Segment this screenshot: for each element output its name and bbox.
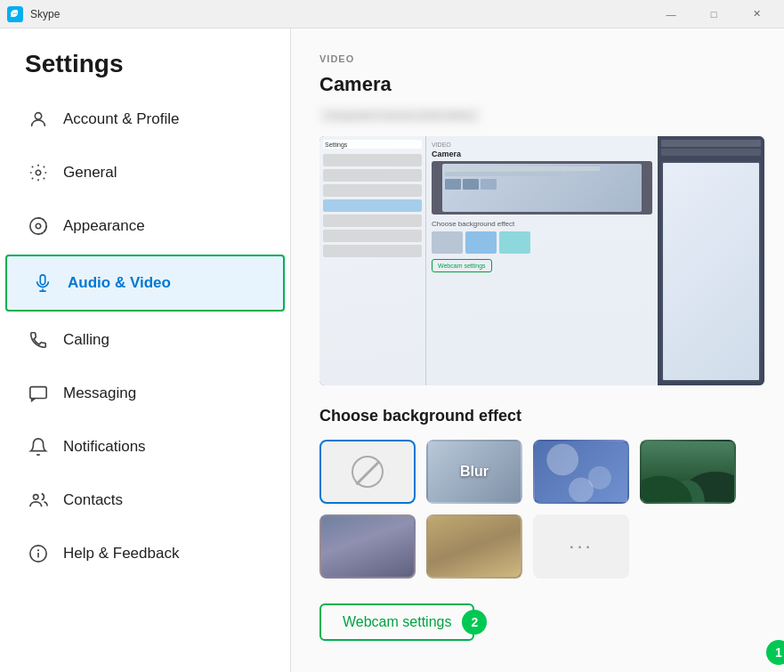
blur-label: Blur — [460, 464, 489, 480]
no-effect-icon — [352, 456, 384, 488]
bg-effect-more[interactable]: ··· — [533, 514, 629, 579]
bg-effect-blur[interactable]: Blur — [426, 440, 522, 504]
room1-bg — [321, 516, 414, 577]
bell-icon — [28, 436, 49, 457]
sidebar-item-help-label: Help & Feedback — [63, 545, 179, 563]
sidebar-item-appearance[interactable]: Appearance — [0, 199, 290, 253]
pattern-overlay — [535, 441, 627, 502]
bg-effect-title: Choose background effect — [319, 407, 756, 425]
bg-effect-room1[interactable] — [319, 514, 416, 579]
sidebar-item-account[interactable]: Account & Profile — [0, 93, 290, 146]
settings-title: Settings — [0, 28, 290, 93]
microphone-icon — [32, 272, 53, 294]
appearance-icon — [28, 215, 49, 237]
camera-preview-image: Settings VIDEO Camera — [319, 136, 764, 385]
svg-point-6 — [36, 223, 41, 229]
maximize-button[interactable]: □ — [693, 0, 734, 28]
contacts-icon — [28, 490, 49, 511]
sidebar-item-notifications[interactable]: Notifications — [0, 420, 290, 474]
webcam-settings-container: Webcam settings 2 — [319, 603, 474, 641]
info-icon — [28, 543, 49, 564]
skype-logo-icon — [7, 6, 23, 22]
more-dots-icon: ··· — [569, 535, 593, 558]
svg-point-4 — [35, 113, 41, 119]
svg-point-1 — [12, 12, 13, 13]
bg-effect-room2[interactable] — [426, 514, 522, 579]
svg-point-9 — [34, 495, 39, 500]
app-title: Skype — [30, 8, 60, 20]
forest-overlay — [642, 441, 734, 502]
titlebar: Skype — □ ✕ — [0, 0, 784, 28]
app-body: Settings Account & Profile General — [0, 28, 784, 672]
person-icon — [28, 109, 49, 130]
sidebar-item-audio-video-label: Audio & Video — [68, 274, 171, 292]
bg-effect-none[interactable] — [319, 440, 416, 504]
webcam-settings-button[interactable]: Webcam settings — [319, 603, 474, 641]
sidebar-item-contacts-label: Contacts — [63, 491, 123, 509]
sidebar-item-help[interactable]: Help & Feedback — [0, 527, 290, 580]
message-icon — [28, 383, 49, 404]
step-2-badge: 2 — [462, 610, 487, 635]
room2-bg — [428, 516, 521, 577]
svg-rect-8 — [30, 387, 46, 399]
preview-main: VIDEO Camera — [426, 136, 658, 385]
sidebar-item-general-label: General — [63, 164, 117, 182]
camera-title: Camera — [319, 73, 756, 96]
phone-icon — [28, 329, 49, 351]
bg-effect-pattern[interactable] — [533, 440, 629, 504]
titlebar-left: Skype — [7, 6, 60, 22]
svg-point-3 — [16, 12, 17, 13]
sidebar-item-contacts[interactable]: Contacts — [0, 474, 290, 527]
sidebar-item-general[interactable]: General — [0, 146, 290, 199]
preview-right-panel — [658, 136, 764, 385]
gear-icon — [28, 162, 49, 183]
sidebar-item-calling-label: Calling — [63, 331, 109, 349]
sidebar-item-notifications-label: Notifications — [63, 438, 146, 456]
sidebar-item-audio-video[interactable]: Audio & Video 1 — [5, 255, 285, 312]
sidebar-item-account-label: Account & Profile — [63, 110, 179, 128]
sidebar-item-appearance-label: Appearance — [63, 217, 145, 235]
camera-device-name: Integrated Camera (04f2:b6be) — [319, 108, 481, 124]
sidebar: Settings Account & Profile General — [0, 28, 291, 672]
svg-point-5 — [36, 170, 41, 175]
sidebar-item-messaging[interactable]: Messaging — [0, 367, 290, 420]
sidebar-item-messaging-label: Messaging — [63, 385, 136, 402]
bg-effects-grid: Blur ··· — [319, 440, 756, 579]
sidebar-item-calling[interactable]: Calling — [0, 313, 290, 367]
window-controls: — □ ✕ — [651, 0, 777, 28]
main-content: VIDEO Camera Integrated Camera (04f2:b6b… — [291, 28, 784, 672]
svg-rect-7 — [40, 275, 45, 285]
bg-effect-forest[interactable] — [640, 440, 736, 504]
camera-preview: Settings VIDEO Camera — [319, 136, 764, 385]
preview-sidebar: Settings — [319, 136, 426, 385]
preview-ui-overlay: Settings VIDEO Camera — [319, 136, 764, 385]
svg-point-2 — [14, 12, 15, 13]
section-label: VIDEO — [319, 53, 756, 64]
close-button[interactable]: ✕ — [736, 0, 777, 28]
minimize-button[interactable]: — — [651, 0, 691, 28]
